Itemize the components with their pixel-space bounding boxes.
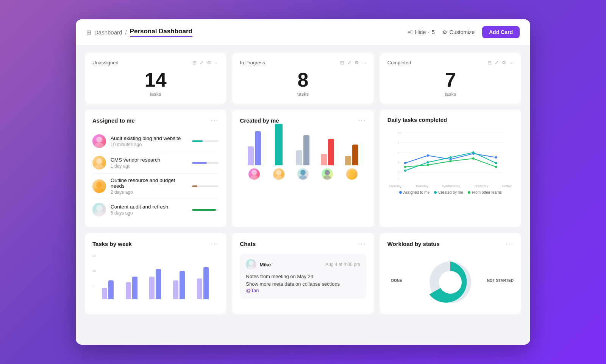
week-bar (126, 282, 131, 299)
chat-text-1: Notes from meeting on May 24: (246, 273, 360, 280)
legend-dot (434, 191, 437, 194)
filter-icon[interactable]: ⊟ (192, 60, 197, 65)
bottom-row: Tasks by week ··· 15 10 5 (85, 233, 521, 314)
chart-legend: Assigned to me Created by me From other … (387, 190, 514, 194)
more-icon[interactable]: ··· (362, 60, 366, 65)
app-container: ⊞ Dashboard / Personal Dashboard ≡⃝ Hide… (76, 19, 530, 345)
task-time: 5 days ago (111, 210, 187, 216)
created-card-title: Created by me (240, 117, 279, 124)
task-item[interactable]: Audit existing blog and website 10 minut… (92, 131, 219, 152)
hide-button[interactable]: ≡⃝ Hide · 5 (408, 29, 435, 35)
week-card-menu[interactable]: ··· (211, 240, 219, 248)
week-bar-group (173, 271, 193, 299)
bar-wrapper (275, 124, 283, 165)
chat-sender-name: Mike (259, 262, 271, 268)
task-time: 1 day ago (111, 163, 187, 169)
expand-icon[interactable]: ⤢ (347, 60, 351, 65)
filter-icon[interactable]: ⊟ (340, 60, 344, 65)
task-item[interactable]: Content audit and refresh 5 days ago (92, 199, 219, 220)
breadcrumb-parent[interactable]: Dashboard (94, 29, 122, 36)
svg-text:4: 4 (397, 161, 399, 164)
stats-row: Unassigned ⊟ ⤢ ⚙ ··· 14 tasks In Progres… (85, 53, 521, 104)
hide-count: · (428, 29, 430, 35)
legend-label: Assigned to me (403, 190, 430, 194)
bar (275, 124, 283, 165)
svg-text:6: 6 (397, 151, 399, 154)
task-time: 2 days ago (111, 190, 187, 195)
created-card-menu[interactable]: ··· (358, 117, 366, 124)
chats-card: Chats ··· Mike Aug 4 at 4:00 pm Notes fr… (232, 233, 373, 314)
task-progress (192, 140, 219, 142)
more-icon[interactable]: ··· (214, 60, 219, 65)
created-card-header: Created by me ··· (240, 117, 366, 124)
assigned-card-menu[interactable]: ··· (211, 117, 219, 124)
filter-icon[interactable]: ⊟ (487, 60, 492, 65)
stat-label-unassigned: Unassigned (92, 60, 119, 65)
header: ⊞ Dashboard / Personal Dashboard ≡⃝ Hide… (76, 19, 530, 45)
week-bar-group (102, 280, 122, 299)
stat-icons-inprogress: ⊟ ⤢ ⚙ ··· (340, 60, 366, 65)
task-item[interactable]: Outline resource and budget needs 2 days… (92, 174, 219, 199)
svg-point-4 (96, 182, 102, 188)
week-bar-group (149, 269, 169, 299)
customize-button[interactable]: ⚙ Customize (442, 29, 475, 35)
stat-icons: ⊟ ⤢ ⚙ ··· (192, 60, 219, 65)
task-name: CMS vendor research (111, 157, 187, 163)
breadcrumb: ⊞ Dashboard / Personal Dashboard (86, 28, 192, 37)
x-label: Thursday (474, 184, 489, 188)
settings-icon[interactable]: ⚙ (355, 60, 359, 65)
chat-mention[interactable]: @Tan (246, 288, 360, 293)
stat-card-completed: Completed ⊟ ⤢ ⚙ ··· 7 tasks (380, 53, 521, 104)
bar (296, 150, 302, 165)
more-icon[interactable]: ··· (509, 60, 514, 65)
settings-icon[interactable]: ⚙ (207, 60, 211, 65)
svg-point-0 (96, 137, 102, 143)
progress-bar-fill (192, 162, 207, 164)
progress-bar-container (192, 162, 219, 164)
add-card-button[interactable]: Add Card (482, 26, 520, 38)
y-label: 10 (92, 269, 96, 273)
avatar (92, 179, 106, 193)
workload-card-menu[interactable]: ··· (506, 240, 514, 248)
expand-icon[interactable]: ⤢ (495, 60, 499, 65)
customize-label: Customize (450, 29, 475, 35)
week-bar (197, 278, 202, 299)
stat-label-inprogress: In Progress (240, 60, 265, 65)
chats-card-menu[interactable]: ··· (358, 240, 366, 248)
avatar (92, 203, 106, 216)
week-bar (132, 277, 137, 299)
week-chart (100, 254, 219, 299)
chats-card-title: Chats (240, 241, 256, 247)
bar (328, 139, 334, 165)
expand-icon[interactable]: ⤢ (200, 60, 204, 65)
week-bar (180, 271, 185, 299)
bar (352, 145, 358, 165)
svg-point-13 (299, 175, 307, 180)
svg-text:0: 0 (397, 177, 399, 181)
pie-container: DONE NOT STARTED (387, 254, 514, 307)
week-bar (149, 277, 155, 299)
assigned-to-me-card: Assigned to me ··· Audit existing blog a… (85, 110, 226, 227)
progress-bar-fill (192, 140, 203, 142)
stat-card-inprogress: In Progress ⊟ ⤢ ⚙ ··· 8 tasks (232, 53, 373, 104)
week-bar (102, 288, 107, 299)
daily-card-title: Daily tasks completed (387, 117, 447, 123)
bar-column (268, 124, 289, 180)
week-bar-group (197, 267, 217, 299)
bar-column (317, 124, 338, 180)
hide-count-value: 5 (432, 29, 435, 35)
task-item[interactable]: CMS vendor research 1 day ago (92, 152, 219, 174)
not-started-label: NOT STARTED (487, 278, 514, 283)
svg-point-44 (249, 261, 253, 265)
task-progress (192, 162, 219, 164)
legend-dot (399, 191, 402, 194)
settings-icon[interactable]: ⚙ (502, 60, 506, 65)
stat-card-unassigned: Unassigned ⊟ ⤢ ⚙ ··· 14 tasks (85, 53, 226, 104)
svg-point-33 (495, 156, 497, 159)
svg-point-16 (349, 170, 355, 175)
line-chart-container: 11 8 6 4 2 0 (387, 129, 514, 190)
avatar-sm (346, 168, 358, 180)
stat-number-unassigned: 14 (92, 70, 219, 90)
daily-card-header: Daily tasks completed (387, 117, 514, 123)
svg-text:11: 11 (397, 131, 401, 135)
